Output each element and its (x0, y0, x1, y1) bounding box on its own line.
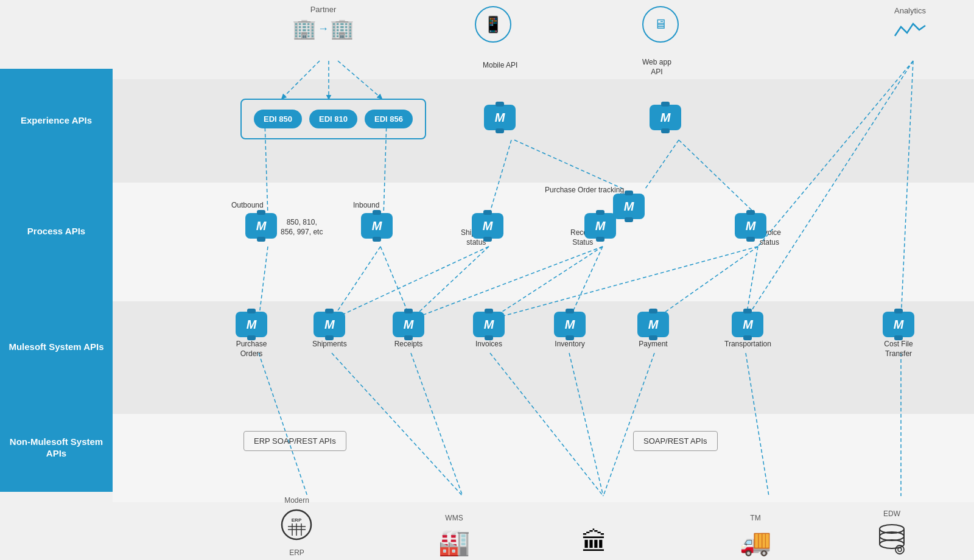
payment-label: Payment (639, 340, 667, 349)
costfile-mule-node: M Cost FileTransfer (883, 312, 914, 359)
inventory-mule-node: M Inventory (554, 312, 586, 349)
costfile-mule-icon: M (883, 312, 914, 337)
tm-system: TM 🚚 (740, 514, 771, 557)
invoices-label: Invoices (475, 340, 502, 349)
receipts-mule-node: M Receipts (393, 312, 424, 349)
svg-point-39 (895, 545, 904, 554)
svg-point-37 (880, 540, 904, 548)
inbound-label: Inbound (353, 201, 379, 211)
inventory-mule-icon: M (554, 312, 586, 337)
mulesoft-system-apis-label: Mulesoft System APIs (0, 291, 113, 404)
bank-icon: 🏛 (581, 528, 607, 557)
shipments-mule-icon: M (314, 312, 345, 337)
mobile-circle-icon: 📱 (475, 6, 511, 43)
erp-soap-box: ERP SOAP/REST APIs (244, 431, 346, 451)
truck-icon: 🚚 (740, 527, 771, 557)
transportation-mule-node: M Transportation (724, 312, 771, 349)
analytics-icon (892, 21, 928, 43)
webapp-api-label: Web appAPI (642, 58, 671, 77)
content-area: Partner 🏢 → 🏢 📱 🖥 Analytics (113, 0, 974, 560)
receipt-status-mule-node: M (584, 213, 616, 239)
mobile-mule-node: M (484, 105, 516, 130)
purchase-orders-label: PurchaseOrders (236, 340, 267, 359)
webapp-mule-icon: M (650, 105, 681, 130)
database-icon (877, 523, 907, 557)
edi-810: EDI 810 (309, 110, 357, 128)
soap-rest-box: SOAP/REST APIs (633, 431, 718, 451)
receipts-mule-icon: M (393, 312, 424, 337)
outbound-mule-node: M (245, 213, 277, 239)
invoices-mule-node: M Invoices (473, 312, 505, 349)
invoice-status-mule-icon: M (735, 213, 766, 239)
invoice-status-mule-node: M (735, 213, 766, 239)
po-tracking-mule-node: M (613, 194, 645, 219)
edi-850: EDI 850 (254, 110, 302, 128)
nonmulesoft-system-apis-label: Non-Mulesoft System APIs (0, 404, 113, 492)
inventory-label: Inventory (555, 340, 584, 349)
labels-column: Experience APIs Process APIs Mulesoft Sy… (0, 0, 113, 560)
mobile-api-label: Mobile API (483, 61, 517, 71)
wms-system: WMS 🏭 (438, 514, 470, 557)
shipment-status-mule-icon: M (472, 213, 503, 239)
process-apis-label: Process APIs (0, 172, 113, 291)
svg-point-40 (898, 548, 902, 551)
transportation-label: Transportation (724, 340, 771, 349)
wms-label: WMS (445, 514, 463, 522)
experience-apis-label: Experience APIs (0, 69, 113, 172)
main-container: Experience APIs Process APIs Mulesoft Sy… (0, 0, 974, 560)
inbound-mule-node: M (361, 213, 393, 239)
partner-icon: 🏢 → 🏢 (292, 17, 354, 40)
shipments-label: Shipments (312, 340, 347, 349)
partner-icon-container: Partner 🏢 → 🏢 (292, 5, 354, 40)
erp-label: ERP (289, 548, 304, 557)
nonmulesoft-band (113, 414, 974, 502)
receipt-status-mule-icon: M (584, 213, 616, 239)
purchase-orders-mule-icon: M (236, 312, 267, 337)
erp-modern-label: Modern (284, 496, 309, 505)
edi-container: EDI 850 EDI 810 EDI 856 (240, 99, 426, 139)
transportation-mule-icon: M (732, 312, 763, 337)
svg-text:ERP: ERP (292, 517, 302, 523)
analytics-label: Analytics (894, 6, 926, 15)
outbound-label: Outbound (231, 201, 264, 211)
po-tracking-label: Purchase Order tracking (545, 186, 624, 195)
payment-mule-icon: M (637, 312, 669, 337)
invoices-mule-icon: M (473, 312, 505, 337)
erp-system: Modern ERP ERP (280, 496, 314, 557)
edw-system: EDW (877, 509, 907, 557)
edi-856: EDI 856 (365, 110, 413, 128)
tm-label: TM (750, 514, 760, 522)
inbound-mule-icon: M (361, 213, 393, 239)
edi-codes-label: 850, 810,856, 997, etc (281, 218, 323, 237)
webapp-circle-icon: 🖥 (642, 6, 679, 43)
costfile-label: Cost FileTransfer (884, 340, 913, 359)
webapp-mule-node: M (650, 105, 681, 130)
bank-system: 🏛 (581, 528, 607, 557)
mobile-mule-icon: M (484, 105, 516, 130)
receipts-label: Receipts (394, 340, 423, 349)
outbound-mule-icon: M (245, 213, 277, 239)
erp-icon: ERP (280, 508, 314, 546)
analytics-icon-container: Analytics (892, 6, 928, 43)
wms-icon: 🏭 (438, 527, 470, 557)
purchase-orders-mule-node: M PurchaseOrders (236, 312, 267, 359)
po-tracking-mule-icon: M (613, 194, 645, 219)
edw-label: EDW (883, 509, 900, 518)
payment-mule-node: M Payment (637, 312, 669, 349)
mobile-icon-container: 📱 (475, 6, 511, 43)
shipment-status-mule-node: M (472, 213, 503, 239)
shipments-mule-node: M Shipments (312, 312, 347, 349)
partner-label: Partner (310, 5, 337, 14)
webapp-icon-container: 🖥 (642, 6, 679, 43)
